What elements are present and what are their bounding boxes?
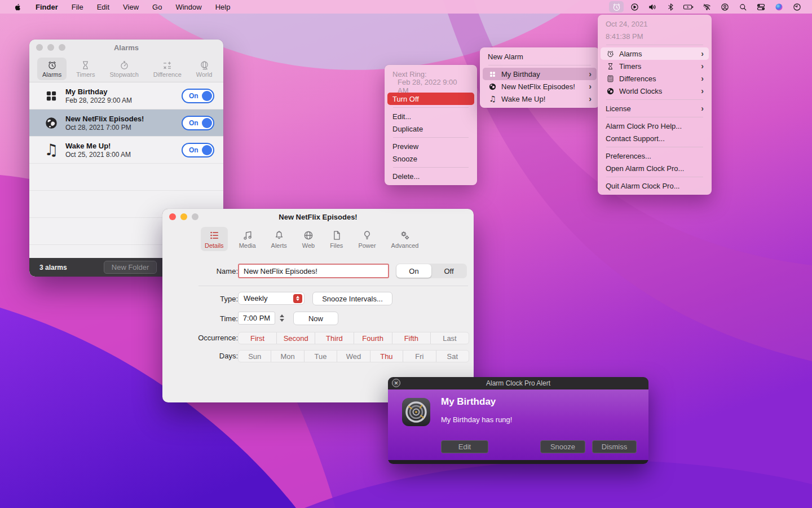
menu-view[interactable]: View	[116, 0, 145, 14]
search-icon[interactable]	[735, 1, 750, 12]
menu-separator	[488, 65, 591, 65]
on-off-segmented: On Off	[396, 264, 467, 278]
menu-item-my-birthday[interactable]: My Birthday›	[483, 68, 597, 80]
alarm-title: My Birthday	[65, 87, 132, 96]
toolbar-world[interactable]: World	[191, 58, 218, 80]
menu-item-turn-off[interactable]: Turn Off	[387, 93, 474, 105]
on-segment[interactable]: On	[396, 264, 431, 278]
menu-item-open-alarm-clock-pro[interactable]: Open Alarm Clock Pro...	[601, 162, 709, 174]
toolbar-difference[interactable]: Difference	[148, 58, 187, 80]
toolbar-alarms[interactable]: Alarms	[37, 58, 67, 80]
alarms-toolbar: Alarms Timers Stopwatch Difference World	[29, 55, 223, 82]
menu-item-differences[interactable]: Differences›	[601, 72, 709, 85]
zoom-button[interactable]	[59, 44, 65, 51]
alarm-row-wake-me-up[interactable]: ♫ Wake Me Up! Oct 25, 2021 8:00 AM On	[29, 137, 223, 164]
submenu-chevron-icon: ›	[589, 82, 592, 91]
menu-item-help[interactable]: Alarm Clock Pro Help...	[601, 120, 709, 132]
occurrence-second[interactable]: Second	[276, 332, 315, 344]
menu-item-snooze[interactable]: Snooze	[387, 152, 474, 165]
tab-power[interactable]: Power	[354, 227, 379, 251]
occurrence-last[interactable]: Last	[430, 332, 469, 344]
clock-icon[interactable]	[789, 1, 804, 12]
day-thu[interactable]: Thu	[370, 351, 403, 362]
occurrence-fifth[interactable]: Fifth	[392, 332, 430, 344]
day-mon[interactable]: Mon	[271, 351, 303, 362]
occurrence-first[interactable]: First	[239, 332, 276, 344]
bell-icon	[273, 230, 285, 241]
menu-item-delete[interactable]: Delete...	[387, 170, 474, 182]
zoom-button[interactable]	[192, 213, 198, 220]
menu-window[interactable]: Window	[169, 0, 208, 14]
menu-item-preferences[interactable]: Preferences...	[601, 150, 709, 162]
menu-go[interactable]: Go	[145, 0, 169, 14]
menu-item-timers[interactable]: Timers›	[601, 60, 709, 72]
difference-icon	[162, 60, 173, 71]
day-tue[interactable]: Tue	[304, 351, 337, 362]
siri-icon[interactable]	[771, 1, 786, 12]
close-icon[interactable]: ✕	[392, 379, 400, 387]
user-circle-icon[interactable]	[717, 1, 732, 12]
grid-icon	[488, 69, 497, 79]
alarm-clock-menu-icon[interactable]	[609, 1, 624, 12]
time-stepper[interactable]	[278, 312, 285, 325]
edit-button[interactable]: Edit	[441, 440, 488, 453]
toolbar-stopwatch[interactable]: Stopwatch	[104, 58, 143, 80]
menu-edit[interactable]: Edit	[90, 0, 116, 14]
occurrence-third[interactable]: Third	[315, 332, 353, 344]
dismiss-button[interactable]: Dismiss	[592, 440, 637, 453]
play-circle-icon[interactable]	[627, 1, 642, 12]
apple-menu[interactable]	[7, 0, 29, 14]
toolbar-timers[interactable]: Timers	[71, 58, 100, 80]
alarm-row-my-birthday[interactable]: My Birthday Feb 28, 2022 9:00 AM On	[29, 82, 223, 110]
menu-item-contact-support[interactable]: Contact Support...	[601, 132, 709, 144]
tab-web[interactable]: Web	[298, 227, 319, 251]
tab-alerts[interactable]: Alerts	[267, 227, 291, 251]
minimize-button[interactable]	[47, 44, 54, 51]
wifi-off-icon[interactable]	[699, 1, 714, 12]
menu-item-edit[interactable]: Edit...	[387, 110, 474, 122]
day-sun[interactable]: Sun	[239, 351, 271, 362]
menu-file[interactable]: File	[65, 0, 90, 14]
menu-item-duplicate[interactable]: Duplicate	[387, 122, 474, 135]
time-field[interactable]: 7:00 PM	[238, 312, 275, 325]
occurrence-fourth[interactable]: Fourth	[354, 332, 392, 344]
menu-item-wake-me-up[interactable]: ♫ Wake Me Up!›	[483, 93, 597, 105]
new-folder-button[interactable]: New Folder	[104, 261, 157, 274]
menu-separator	[606, 177, 703, 177]
tab-details[interactable]: Details	[201, 227, 228, 251]
snooze-button[interactable]: Snooze	[540, 440, 585, 453]
alarm-row-netflix[interactable]: New NetFlix Episodes! Oct 28, 2021 7:00 …	[29, 110, 223, 137]
days-label: Days:	[174, 352, 238, 360]
bluetooth-icon[interactable]	[663, 1, 678, 12]
off-segment[interactable]: Off	[431, 264, 466, 278]
tab-advanced[interactable]: Advanced	[387, 227, 423, 251]
type-dropdown[interactable]: Weekly	[238, 292, 304, 305]
now-button[interactable]: Now	[293, 312, 338, 325]
close-button[interactable]	[36, 44, 43, 51]
minimize-button[interactable]	[180, 213, 187, 220]
alarm-toggle[interactable]: On	[182, 143, 214, 157]
menu-item-preview[interactable]: Preview	[387, 140, 474, 152]
menu-item-quit[interactable]: Quit Alarm Clock Pro...	[601, 179, 709, 192]
menu-item-license[interactable]: License›	[601, 102, 709, 115]
menu-item-new-netflix[interactable]: New NetFlix Episodes!›	[483, 80, 597, 93]
alarm-toggle[interactable]: On	[182, 89, 214, 103]
day-sat[interactable]: Sat	[436, 351, 469, 362]
menu-item-world-clocks[interactable]: World Clocks›	[601, 85, 709, 97]
close-button[interactable]	[169, 213, 176, 220]
tab-files[interactable]: Files	[326, 227, 347, 251]
control-center-icon[interactable]	[753, 1, 768, 12]
alarm-toggle[interactable]: On	[182, 116, 214, 130]
name-input[interactable]	[238, 264, 389, 278]
menu-finder[interactable]: Finder	[29, 0, 65, 14]
alarms-window-titlebar: Alarms	[29, 40, 223, 55]
day-wed[interactable]: Wed	[337, 351, 369, 362]
volume-icon[interactable]	[645, 1, 660, 12]
menu-item-alarms[interactable]: Alarms›	[601, 47, 709, 60]
day-fri[interactable]: Fri	[403, 351, 435, 362]
new-alarm-header[interactable]: New Alarm	[483, 50, 597, 63]
menu-help[interactable]: Help	[209, 0, 237, 14]
snooze-intervals-button[interactable]: Snooze Intervals...	[312, 292, 392, 305]
battery-charging-icon[interactable]	[681, 1, 696, 12]
tab-media[interactable]: Media	[235, 227, 260, 251]
